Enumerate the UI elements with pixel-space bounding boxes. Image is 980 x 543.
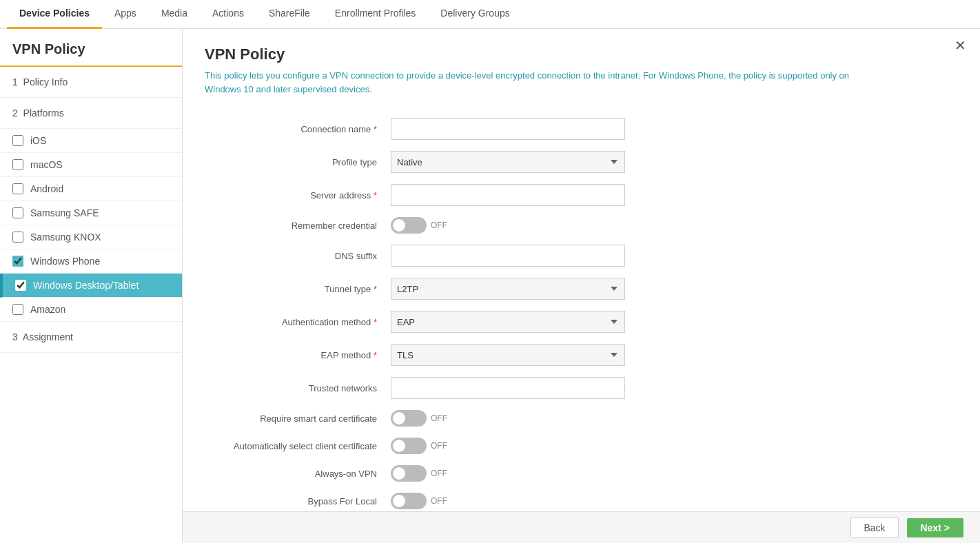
platform-item-macos[interactable]: macOS	[0, 153, 182, 177]
label-require-smart-card: Require smart card certificate	[205, 404, 384, 432]
toggle-wrap-always-on: OFF	[391, 465, 951, 482]
toggle-wrap-remember-credential: OFF	[391, 217, 951, 234]
close-button[interactable]: ✕	[955, 37, 966, 54]
toggle-remember-credential[interactable]	[391, 217, 427, 234]
label-always-on-vpn: Always-on VPN	[205, 460, 384, 487]
toggle-auto-select-cert[interactable]	[391, 438, 427, 454]
top-navigation: Device Policies Apps Media Actions Share…	[0, 0, 980, 29]
nav-media[interactable]: Media	[149, 0, 200, 29]
platform-label-samsung-safe: Samsung SAFE	[30, 207, 99, 218]
platform-checkbox-amazon[interactable]	[12, 304, 23, 315]
back-button[interactable]: Back	[850, 518, 898, 538]
cell-dns-suffix	[384, 239, 958, 272]
sidebar: VPN Policy 1 Policy Info 2 Platforms iOS…	[0, 29, 183, 543]
row-bypass-for-local: Bypass For Local OFF	[205, 487, 958, 515]
platform-checkbox-android[interactable]	[12, 183, 23, 194]
toggle-bypass-for-local[interactable]	[391, 493, 427, 509]
cell-tunnel-type: L2TP PPTP IKEv2	[384, 272, 958, 305]
platform-item-samsung-safe[interactable]: Samsung SAFE	[0, 201, 182, 225]
platform-item-android[interactable]: Android	[0, 177, 182, 201]
nav-enrollment-profiles[interactable]: Enrollment Profiles	[323, 0, 429, 29]
nav-sharefile[interactable]: ShareFile	[256, 0, 323, 29]
main-layout: VPN Policy 1 Policy Info 2 Platforms iOS…	[0, 29, 980, 543]
platform-item-windows-phone[interactable]: Windows Phone	[0, 249, 182, 274]
select-profile-type[interactable]: Native IKEv2 L2TP PPTP SSL	[391, 151, 625, 173]
input-connection-name[interactable]	[391, 118, 625, 140]
toggle-always-on-vpn[interactable]	[391, 465, 427, 482]
platform-label-windows-phone: Windows Phone	[30, 256, 100, 267]
cell-connection-name	[384, 112, 958, 145]
label-dns-suffix: DNS suffix	[205, 239, 384, 272]
sidebar-section-policy-info[interactable]: 1 Policy Info	[0, 67, 182, 98]
row-remember-credential: Remember credential OFF	[205, 212, 958, 239]
label-connection-name: Connection name *	[205, 112, 384, 145]
section-label-platforms: Platforms	[23, 107, 64, 119]
nav-device-policies[interactable]: Device Policies	[7, 0, 102, 29]
toggle-require-smart-card[interactable]	[391, 410, 427, 427]
row-auth-method: Authentication method * EAP MSCHAPv2 Cer…	[205, 305, 958, 338]
toggle-knob-always-on	[393, 467, 405, 480]
label-eap-method: EAP method *	[205, 338, 384, 371]
toggle-knob-auto-select	[393, 440, 405, 452]
sidebar-section-platforms[interactable]: 2 Platforms	[0, 98, 182, 129]
input-dns-suffix[interactable]	[391, 245, 625, 267]
row-eap-method: EAP method * TLS PEAP TTLS	[205, 338, 958, 371]
toggle-wrap-smart-card: OFF	[391, 410, 951, 427]
select-eap-method[interactable]: TLS PEAP TTLS	[391, 344, 625, 366]
platform-checkbox-ios[interactable]	[12, 135, 23, 146]
required-marker-server: *	[374, 190, 377, 201]
toggle-knob-smart-card	[393, 412, 405, 424]
platform-label-windows-desktop: Windows Desktop/Tablet	[33, 280, 139, 291]
next-button[interactable]: Next >	[907, 518, 963, 537]
platform-item-ios[interactable]: iOS	[0, 129, 182, 153]
label-server-address: Server address *	[205, 178, 384, 212]
label-auto-select-cert: Automatically select client certificate	[205, 432, 384, 460]
toggle-wrap-bypass: OFF	[391, 493, 951, 509]
cell-bypass-for-local: OFF	[384, 487, 958, 515]
row-dns-suffix: DNS suffix	[205, 239, 958, 272]
required-marker-auth: *	[374, 317, 377, 327]
select-auth-method[interactable]: EAP MSCHAPv2 Certificate	[391, 311, 625, 333]
platform-item-amazon[interactable]: Amazon	[0, 298, 182, 322]
toggle-label-remember-credential: OFF	[431, 221, 447, 230]
input-trusted-networks[interactable]	[391, 377, 625, 399]
platform-checkbox-macos[interactable]	[12, 159, 23, 170]
toggle-label-auto-select: OFF	[431, 441, 447, 451]
cell-require-smart-card: OFF	[384, 404, 958, 432]
label-auth-method: Authentication method *	[205, 305, 384, 338]
required-marker: *	[374, 124, 377, 134]
row-require-smart-card: Require smart card certificate OFF	[205, 404, 958, 432]
platform-item-windows-desktop[interactable]: Windows Desktop/Tablet	[0, 274, 182, 298]
toggle-knob-bypass	[393, 495, 405, 507]
platform-checkbox-windows-desktop[interactable]	[15, 280, 26, 291]
main-content: ✕ VPN Policy This policy lets you config…	[183, 29, 980, 543]
platform-label-samsung-knox: Samsung KNOX	[30, 232, 101, 243]
row-tunnel-type: Tunnel type * L2TP PPTP IKEv2	[205, 272, 958, 305]
platform-item-samsung-knox[interactable]: Samsung KNOX	[0, 225, 182, 249]
select-tunnel-type[interactable]: L2TP PPTP IKEv2	[391, 278, 625, 300]
section-number-3: 3	[12, 331, 23, 342]
input-server-address[interactable]	[391, 184, 625, 206]
vpn-form: Connection name * Profile type Native IK…	[205, 112, 958, 515]
sidebar-section-assignment[interactable]: 3 Assignment	[0, 322, 182, 353]
section-number-1: 1	[12, 76, 23, 88]
platform-checkbox-samsung-safe[interactable]	[12, 207, 23, 218]
platform-checkbox-windows-phone[interactable]	[12, 256, 23, 267]
toggle-knob	[393, 219, 405, 232]
toggle-label-bypass: OFF	[431, 496, 447, 506]
cell-always-on-vpn: OFF	[384, 460, 958, 487]
section-label-assignment: Assignment	[23, 331, 73, 342]
page-title: VPN Policy	[205, 45, 958, 63]
nav-apps[interactable]: Apps	[102, 0, 149, 29]
cell-eap-method: TLS PEAP TTLS	[384, 338, 958, 371]
cell-auto-select-cert: OFF	[384, 432, 958, 460]
cell-trusted-networks	[384, 371, 958, 404]
platform-checkbox-samsung-knox[interactable]	[12, 232, 23, 243]
nav-actions[interactable]: Actions	[200, 0, 256, 29]
label-bypass-for-local: Bypass For Local	[205, 487, 384, 515]
nav-delivery-groups[interactable]: Delivery Groups	[428, 0, 522, 29]
sidebar-title: VPN Policy	[0, 29, 182, 67]
label-remember-credential: Remember credential	[205, 212, 384, 239]
section-label-policy-info: Policy Info	[23, 76, 68, 88]
cell-auth-method: EAP MSCHAPv2 Certificate	[384, 305, 958, 338]
